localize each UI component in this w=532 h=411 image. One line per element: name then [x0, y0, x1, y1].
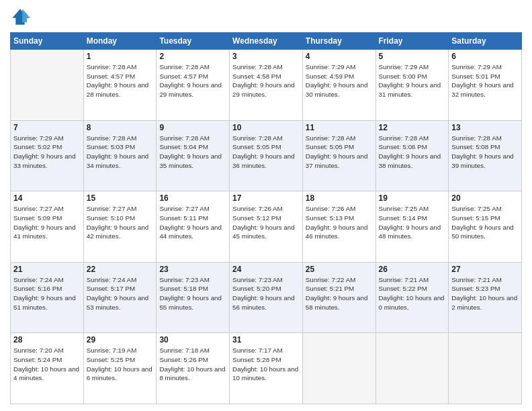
calendar-cell: 24Sunrise: 7:23 AMSunset: 5:20 PMDayligh… — [230, 262, 303, 333]
calendar-cell: 21Sunrise: 7:24 AMSunset: 5:16 PMDayligh… — [11, 262, 84, 333]
weekday-header-tuesday: Tuesday — [157, 33, 230, 50]
calendar-cell: 14Sunrise: 7:27 AMSunset: 5:09 PMDayligh… — [11, 191, 84, 263]
day-info: Sunrise: 7:21 AMSunset: 5:23 PMDaylight:… — [451, 275, 519, 312]
day-info: Sunrise: 7:18 AMSunset: 5:26 PMDaylight:… — [159, 346, 226, 383]
day-number: 25 — [306, 265, 373, 274]
calendar-cell: 3Sunrise: 7:28 AMSunset: 4:58 PMDaylight… — [230, 50, 303, 121]
day-number: 29 — [87, 335, 154, 345]
calendar-cell: 29Sunrise: 7:19 AMSunset: 5:25 PMDayligh… — [83, 333, 157, 404]
calendar-cell — [375, 333, 449, 404]
day-info: Sunrise: 7:19 AMSunset: 5:25 PMDaylight:… — [87, 346, 154, 383]
calendar-cell: 4Sunrise: 7:29 AMSunset: 4:59 PMDaylight… — [302, 50, 375, 121]
calendar-cell: 28Sunrise: 7:20 AMSunset: 5:24 PMDayligh… — [11, 333, 84, 404]
day-number: 6 — [451, 52, 519, 61]
day-info: Sunrise: 7:23 AMSunset: 5:18 PMDaylight:… — [159, 275, 226, 312]
day-info: Sunrise: 7:29 AMSunset: 4:59 PMDaylight:… — [306, 62, 373, 99]
day-number: 30 — [159, 335, 226, 345]
day-info: Sunrise: 7:27 AMSunset: 5:11 PMDaylight:… — [159, 204, 226, 241]
day-number: 2 — [159, 52, 226, 61]
day-number: 17 — [232, 193, 300, 203]
calendar-cell — [302, 333, 375, 404]
day-info: Sunrise: 7:21 AMSunset: 5:22 PMDaylight:… — [379, 275, 446, 312]
day-number: 20 — [451, 193, 519, 203]
day-info: Sunrise: 7:27 AMSunset: 5:09 PMDaylight:… — [13, 204, 81, 241]
calendar-cell: 19Sunrise: 7:25 AMSunset: 5:14 PMDayligh… — [375, 191, 449, 263]
weekday-header-row: SundayMondayTuesdayWednesdayThursdayFrid… — [11, 33, 522, 50]
day-number: 8 — [87, 123, 154, 132]
calendar-cell: 22Sunrise: 7:24 AMSunset: 5:17 PMDayligh… — [83, 262, 157, 333]
day-number: 23 — [159, 265, 226, 274]
day-number: 5 — [379, 52, 446, 61]
day-info: Sunrise: 7:28 AMSunset: 4:57 PMDaylight:… — [159, 62, 226, 99]
day-info: Sunrise: 7:17 AMSunset: 5:28 PMDaylight:… — [232, 346, 300, 383]
calendar-cell — [449, 333, 522, 404]
day-number: 19 — [379, 193, 446, 203]
day-number: 22 — [87, 265, 154, 274]
day-number: 11 — [306, 123, 373, 132]
day-number: 28 — [13, 335, 81, 345]
day-number: 1 — [87, 52, 154, 61]
calendar-cell: 27Sunrise: 7:21 AMSunset: 5:23 PMDayligh… — [449, 262, 522, 333]
calendar-cell: 9Sunrise: 7:28 AMSunset: 5:04 PMDaylight… — [157, 120, 230, 191]
day-info: Sunrise: 7:28 AMSunset: 4:57 PMDaylight:… — [87, 62, 154, 99]
day-number: 24 — [232, 265, 300, 274]
weekday-header-thursday: Thursday — [302, 33, 375, 50]
week-row-4: 21Sunrise: 7:24 AMSunset: 5:16 PMDayligh… — [11, 262, 522, 333]
calendar-page: SundayMondayTuesdayWednesdayThursdayFrid… — [0, 0, 532, 411]
day-number: 18 — [306, 193, 373, 203]
day-number: 10 — [232, 123, 300, 132]
calendar-cell: 15Sunrise: 7:27 AMSunset: 5:10 PMDayligh… — [83, 191, 157, 263]
day-info: Sunrise: 7:24 AMSunset: 5:17 PMDaylight:… — [87, 275, 154, 312]
svg-marker-1 — [22, 9, 30, 22]
page-header — [10, 7, 522, 27]
calendar-cell: 18Sunrise: 7:26 AMSunset: 5:13 PMDayligh… — [302, 191, 375, 263]
day-info: Sunrise: 7:29 AMSunset: 5:02 PMDaylight:… — [13, 134, 81, 171]
calendar-cell: 7Sunrise: 7:29 AMSunset: 5:02 PMDaylight… — [11, 120, 84, 191]
calendar-cell: 31Sunrise: 7:17 AMSunset: 5:28 PMDayligh… — [230, 333, 303, 404]
calendar-cell: 26Sunrise: 7:21 AMSunset: 5:22 PMDayligh… — [375, 262, 449, 333]
day-info: Sunrise: 7:28 AMSunset: 5:06 PMDaylight:… — [379, 134, 446, 171]
weekday-header-friday: Friday — [375, 33, 449, 50]
day-number: 13 — [451, 123, 519, 132]
logo-icon — [10, 7, 30, 27]
day-number: 31 — [232, 335, 300, 345]
week-row-5: 28Sunrise: 7:20 AMSunset: 5:24 PMDayligh… — [11, 333, 522, 404]
day-info: Sunrise: 7:20 AMSunset: 5:24 PMDaylight:… — [13, 346, 81, 383]
day-number: 16 — [159, 193, 226, 203]
day-number: 26 — [379, 265, 446, 274]
day-info: Sunrise: 7:27 AMSunset: 5:10 PMDaylight:… — [87, 204, 154, 241]
day-number: 7 — [13, 123, 81, 132]
day-number: 14 — [13, 193, 81, 203]
day-info: Sunrise: 7:29 AMSunset: 5:00 PMDaylight:… — [379, 62, 446, 99]
day-number: 27 — [451, 265, 519, 274]
day-number: 21 — [13, 265, 81, 274]
week-row-1: 1Sunrise: 7:28 AMSunset: 4:57 PMDaylight… — [11, 50, 522, 121]
calendar-cell: 12Sunrise: 7:28 AMSunset: 5:06 PMDayligh… — [375, 120, 449, 191]
weekday-header-saturday: Saturday — [449, 33, 522, 50]
day-info: Sunrise: 7:28 AMSunset: 5:08 PMDaylight:… — [451, 134, 519, 171]
calendar-cell: 11Sunrise: 7:28 AMSunset: 5:05 PMDayligh… — [302, 120, 375, 191]
calendar-cell: 10Sunrise: 7:28 AMSunset: 5:05 PMDayligh… — [230, 120, 303, 191]
calendar-cell: 13Sunrise: 7:28 AMSunset: 5:08 PMDayligh… — [449, 120, 522, 191]
day-number: 3 — [232, 52, 300, 61]
day-info: Sunrise: 7:25 AMSunset: 5:14 PMDaylight:… — [379, 204, 446, 241]
day-number: 15 — [87, 193, 154, 203]
day-info: Sunrise: 7:23 AMSunset: 5:20 PMDaylight:… — [232, 275, 300, 312]
day-info: Sunrise: 7:29 AMSunset: 5:01 PMDaylight:… — [451, 62, 519, 99]
calendar-cell: 5Sunrise: 7:29 AMSunset: 5:00 PMDaylight… — [375, 50, 449, 121]
logo — [10, 7, 33, 27]
calendar-cell: 1Sunrise: 7:28 AMSunset: 4:57 PMDaylight… — [83, 50, 157, 121]
calendar-cell: 25Sunrise: 7:22 AMSunset: 5:21 PMDayligh… — [302, 262, 375, 333]
day-info: Sunrise: 7:28 AMSunset: 4:58 PMDaylight:… — [232, 62, 300, 99]
day-number: 12 — [379, 123, 446, 132]
day-info: Sunrise: 7:28 AMSunset: 5:05 PMDaylight:… — [306, 134, 373, 171]
day-info: Sunrise: 7:24 AMSunset: 5:16 PMDaylight:… — [13, 275, 81, 312]
day-info: Sunrise: 7:26 AMSunset: 5:12 PMDaylight:… — [232, 204, 300, 241]
day-info: Sunrise: 7:26 AMSunset: 5:13 PMDaylight:… — [306, 204, 373, 241]
day-number: 9 — [159, 123, 226, 132]
calendar-cell: 2Sunrise: 7:28 AMSunset: 4:57 PMDaylight… — [157, 50, 230, 121]
day-number: 4 — [306, 52, 373, 61]
calendar-cell: 30Sunrise: 7:18 AMSunset: 5:26 PMDayligh… — [157, 333, 230, 404]
week-row-2: 7Sunrise: 7:29 AMSunset: 5:02 PMDaylight… — [11, 120, 522, 191]
calendar-cell: 20Sunrise: 7:25 AMSunset: 5:15 PMDayligh… — [449, 191, 522, 263]
